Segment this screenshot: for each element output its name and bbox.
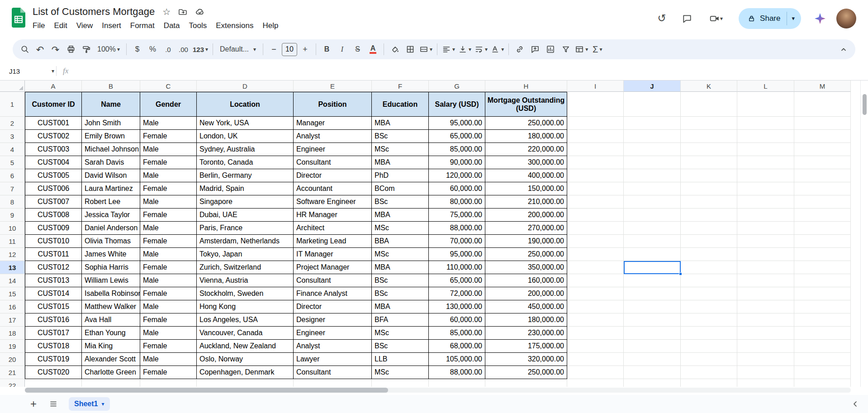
cell-K9[interactable]: [681, 209, 737, 222]
cell-I15[interactable]: [567, 287, 624, 300]
cell-J9[interactable]: [624, 209, 681, 222]
cell-J4[interactable]: [624, 143, 681, 156]
cell-J15[interactable]: [624, 287, 681, 300]
paint-format-button[interactable]: [79, 42, 94, 57]
cell-G18[interactable]: 85,000.00: [429, 327, 485, 340]
cell-A9[interactable]: CUST008: [25, 209, 82, 222]
cell-C18[interactable]: Male: [140, 327, 197, 340]
cell-C9[interactable]: Female: [140, 209, 197, 222]
redo-button[interactable]: ↷: [48, 42, 63, 57]
cell-J18[interactable]: [624, 327, 681, 340]
cell-K7[interactable]: [681, 182, 737, 195]
cell-M21[interactable]: [794, 366, 851, 379]
column-header-F[interactable]: F: [372, 81, 429, 92]
cell-D8[interactable]: Singapore: [197, 195, 294, 209]
cell-L7[interactable]: [737, 182, 794, 195]
cell-K6[interactable]: [681, 169, 737, 182]
cell-M6[interactable]: [794, 169, 851, 182]
italic-button[interactable]: I: [335, 42, 350, 57]
column-header-M[interactable]: M: [794, 81, 851, 92]
cell-A21[interactable]: CUST020: [25, 366, 82, 379]
cell-D21[interactable]: Copenhagen, Denmark: [197, 366, 294, 379]
cell-I19[interactable]: [567, 340, 624, 353]
version-history-button[interactable]: ↺: [653, 9, 671, 28]
borders-button[interactable]: [403, 42, 417, 57]
cell-M1[interactable]: [794, 92, 851, 117]
undo-button[interactable]: ↶: [33, 42, 47, 57]
cell-M8[interactable]: [794, 195, 851, 209]
cell-M14[interactable]: [794, 274, 851, 287]
cell-L20[interactable]: [737, 353, 794, 366]
row-header-20[interactable]: 20: [0, 353, 25, 366]
cell-C12[interactable]: Male: [140, 248, 197, 261]
cell-C20[interactable]: Male: [140, 353, 197, 366]
cell-B17[interactable]: Ava Hall: [82, 313, 140, 327]
cell-I13[interactable]: [567, 261, 624, 274]
menu-insert[interactable]: Insert: [97, 19, 126, 33]
cell-I9[interactable]: [567, 209, 624, 222]
cell-F3[interactable]: BSc: [372, 130, 429, 143]
cell-K4[interactable]: [681, 143, 737, 156]
cell-M4[interactable]: [794, 143, 851, 156]
row-header-13[interactable]: 13: [0, 261, 25, 274]
cell-I3[interactable]: [567, 130, 624, 143]
cell-J19[interactable]: [624, 340, 681, 353]
cell-E5[interactable]: Consultant: [294, 156, 372, 169]
cell-H10[interactable]: 270,000.00: [485, 222, 567, 235]
menu-view[interactable]: View: [72, 19, 98, 33]
cell-F17[interactable]: BFA: [372, 313, 429, 327]
cell-A16[interactable]: CUST015: [25, 300, 82, 313]
cell-L12[interactable]: [737, 248, 794, 261]
horizontal-align-button[interactable]: ▾: [441, 42, 456, 57]
cell-B7[interactable]: Laura Martinez: [82, 182, 140, 195]
cell-D13[interactable]: Zurich, Switzerland: [197, 261, 294, 274]
cell-I1[interactable]: [567, 92, 624, 117]
cell-D11[interactable]: Amsterdam, Netherlands: [197, 235, 294, 248]
menu-tools[interactable]: Tools: [185, 19, 212, 33]
cell-F15[interactable]: BSc: [372, 287, 429, 300]
cell-E17[interactable]: Designer: [294, 313, 372, 327]
header-cell-A1[interactable]: Customer ID: [25, 92, 82, 117]
increase-font-size-button[interactable]: +: [298, 42, 313, 57]
cell-M2[interactable]: [794, 117, 851, 130]
column-header-J[interactable]: J: [624, 81, 681, 92]
cell-L5[interactable]: [737, 156, 794, 169]
cell-G9[interactable]: 75,000.00: [429, 209, 485, 222]
cell-G2[interactable]: 95,000.00: [429, 117, 485, 130]
column-header-C[interactable]: C: [140, 81, 197, 92]
cell-D18[interactable]: Vancouver, Canada: [197, 327, 294, 340]
text-wrap-button[interactable]: ▾: [473, 42, 489, 57]
functions-button[interactable]: Σ ▾: [590, 42, 605, 57]
cell-D20[interactable]: Oslo, Norway: [197, 353, 294, 366]
cell-E13[interactable]: Project Manager: [294, 261, 372, 274]
cell-G4[interactable]: 85,000.00: [429, 143, 485, 156]
cell-D17[interactable]: Los Angeles, USA: [197, 313, 294, 327]
cell-B20[interactable]: Alexander Scott: [82, 353, 140, 366]
cell-G7[interactable]: 60,000.00: [429, 182, 485, 195]
cell-M3[interactable]: [794, 130, 851, 143]
cell-H14[interactable]: 160,000.00: [485, 274, 567, 287]
cell-E19[interactable]: Analyst: [294, 340, 372, 353]
menu-help[interactable]: Help: [258, 19, 283, 33]
cell-G6[interactable]: 120,000.00: [429, 169, 485, 182]
cell-E9[interactable]: HR Manager: [294, 209, 372, 222]
cell-I11[interactable]: [567, 235, 624, 248]
cell-E11[interactable]: Marketing Lead: [294, 235, 372, 248]
cell-G11[interactable]: 70,000.00: [429, 235, 485, 248]
cell-C16[interactable]: Male: [140, 300, 197, 313]
cell-M16[interactable]: [794, 300, 851, 313]
cell-C6[interactable]: Male: [140, 169, 197, 182]
row-header-4[interactable]: 4: [0, 143, 25, 156]
insert-comment-button[interactable]: [527, 42, 542, 57]
cell-L10[interactable]: [737, 222, 794, 235]
cell-A4[interactable]: CUST003: [25, 143, 82, 156]
cell-K19[interactable]: [681, 340, 737, 353]
font-size-input[interactable]: 10: [282, 43, 297, 56]
cell-M7[interactable]: [794, 182, 851, 195]
cell-J10[interactable]: [624, 222, 681, 235]
cell-G12[interactable]: 95,000.00: [429, 248, 485, 261]
cell-K1[interactable]: [681, 92, 737, 117]
column-header-H[interactable]: H: [485, 81, 567, 92]
cell-I18[interactable]: [567, 327, 624, 340]
cell-E10[interactable]: Architect: [294, 222, 372, 235]
